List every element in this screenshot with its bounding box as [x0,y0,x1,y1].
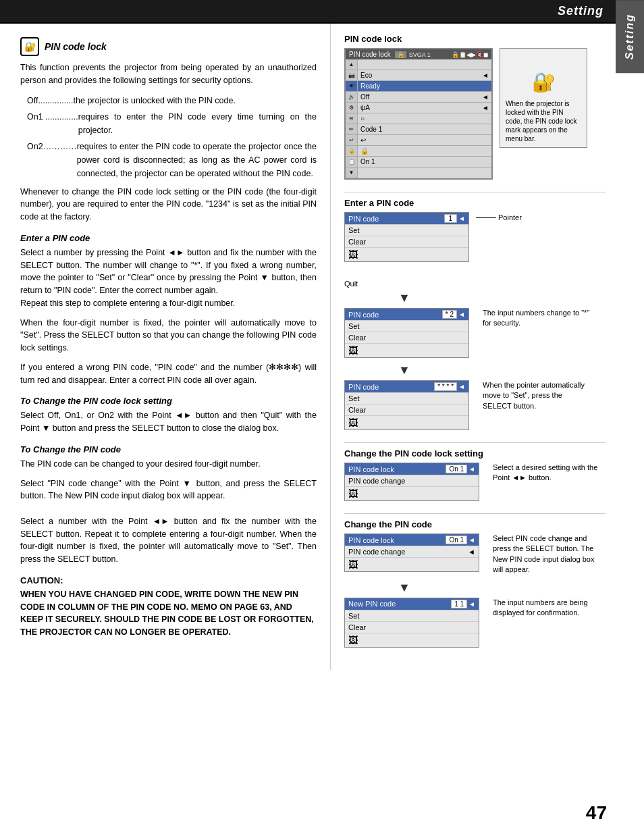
np-row3: Clear [345,622,479,633]
pin-title-row: 🔐 PIN code lock [20,37,317,56]
header-bar: Setting [0,0,644,22]
divider1 [344,192,606,192]
pin-dialog-2-row: PIN code * 2 ◄ Set Clear 🖼 The input num… [344,308,606,358]
option-on2: On2………… requires to enter the PIN code t… [27,140,317,180]
quit-label: Quit [344,278,358,288]
pin-dialog-1: PIN code 1 ◄ Set Clear 🖼 [344,212,469,262]
menu-row-psia: ψA◄ [358,103,491,113]
pin-d1-input1: 1 [444,214,458,223]
icon-eye: 👁 [346,81,357,92]
pin-d3-row1: PIN code * * * * ◄ [345,381,468,393]
menu-header-text: PIN code lock [349,51,391,58]
icon-r: R [346,113,357,124]
pin-d2-row4: 🖼 [345,344,468,357]
option-off: Off............... the projector is unlo… [27,94,317,107]
new-pin-row: New PIN code 1 1 ◄ Set Clear 🖼 The input… [344,598,606,648]
pin-d3-row2: Set [345,393,468,405]
enter-pin-diagram-title: Enter a PIN code [344,198,606,208]
menu-rows-content: Eco◄ Ready Off◄ ψA◄ [358,59,491,178]
caution-text: WHEN YOU HAVE CHANGED PIN CODE, WRITE DO… [20,588,317,639]
cl-row1: PIN code lock On 1 ◄ [345,463,479,475]
new-pin-note: The input numbers are being displayed fo… [493,598,601,619]
change-pin-text1: The PIN code can be changed to your desi… [20,458,317,471]
option-on1-desc: requires to enter the PIN code every tim… [78,110,317,137]
menu-row-blank1 [358,59,491,70]
lock-note-text: When the projector is locked with the PI… [506,99,581,143]
icon-lock: 🔒 [346,146,357,157]
enter-pin-diagram: Enter a PIN code PIN code 1 ◄ Set Clear … [344,198,606,430]
pin-lock-icon: 🔐 [20,37,39,56]
change-lock-note: Select a desired setting with the Point … [493,463,601,484]
np-row2: Set [345,610,479,622]
page-number: 47 [586,802,607,824]
change-setting-heading: To Change the PIN code lock setting [20,396,317,406]
enter-pin-text: Select a number by pressing the Point ◄►… [20,246,317,310]
menu-row-on1: On 1 [358,157,491,167]
icon-gear: ⚙ [346,103,357,113]
pin-lock-diagram: PIN code lock PIN code lock 🔒 SVGA 1 🔒📋◀… [344,34,606,180]
pointer-annotation: Pointer [476,212,522,223]
cp1-row2: PIN code change ◄ [345,546,479,558]
cp1-row3: 🖼 [345,558,479,571]
pin-d3-row3: Clear [345,405,468,416]
quit-area: Quit [344,267,606,288]
change-lock-row: PIN code lock On 1 ◄ PIN code change 🖼 S… [344,463,606,501]
np-row1: New PIN code 1 1 ◄ [345,598,479,610]
options-list: Off............... the projector is unlo… [27,94,317,180]
enter-pin-text3: If you entered a wrong PIN code, "PIN co… [20,361,317,387]
menu-row-lock: 🔒 [358,146,491,157]
arrow-down-2: ▼ [398,363,606,377]
caution-heading: CAUTION: [20,575,317,585]
pin-d2-row3: Clear [345,332,468,344]
option-on1: On1 .............. requires to enter the… [27,110,317,137]
icon-cam: 📷 [346,70,357,81]
divider3 [344,513,606,514]
cl-row2: PIN code change [345,475,479,487]
lock-note-box: 🔐 When the projector is locked with the … [500,48,587,148]
pin-d3-input: * * * * [434,382,457,391]
pin-dialog-3-row: PIN code * * * * ◄ Set Clear 🖼 When the … [344,380,606,430]
menu-row-arrow: ↩ [358,135,491,146]
option-on1-key: On1 .............. [27,110,78,137]
menu-source: SVGA 1 [409,51,431,58]
pin-d3-row4: 🖼 [345,416,468,429]
icon-undo: ↩ [346,135,357,146]
option-on2-desc: requires to enter the PIN code to operat… [77,140,317,180]
menu-icons: 🔒📋◀▶🔇◼ [452,51,488,58]
pin-dialog-1-row: PIN code 1 ◄ Set Clear 🖼 Pointer [344,212,606,262]
right-column: PIN code lock PIN code lock 🔒 SVGA 1 🔒📋◀… [331,24,616,670]
pin-d2-input: * 2 [442,310,457,319]
menu-row-blank2 [358,167,491,178]
change-pin-dialog1: PIN code lock On 1 ◄ PIN code change ◄ 🖼 [344,533,479,572]
divider2 [344,442,606,443]
pin-d1-row1: PIN code 1 ◄ [345,213,468,225]
option-off-key: Off............... [27,94,74,107]
left-icon-strip: ▲ 📷 👁 🔊 ⚙ R ✏ ↩ 🔒 📋 ▼ [346,59,358,178]
change-setting-text: Select Off, On1, or On2 with the Point ◄… [20,409,317,435]
cp1-value: On 1 [446,536,467,544]
pointer-dash [476,217,496,218]
pointer-line: Pointer [476,213,522,221]
arrow-down-3: ▼ [398,581,606,595]
pin-section-title: PIN code lock [45,41,107,52]
option-on2-key: On2………… [27,140,77,180]
cl-row3: 🖼 [345,487,479,500]
change-lock-diagram: Change the PIN code lock setting PIN cod… [344,448,606,501]
icon-doc: 📋 [346,157,357,167]
icon-up: ▲ [346,59,357,70]
change-pin-text2: Select "PIN code change" with the Point … [20,477,317,566]
np-value: 1 1 [451,600,467,608]
menu-row-eco: Eco◄ [358,70,491,81]
pin-menu-box: PIN code lock 🔒 SVGA 1 🔒📋◀▶🔇◼ ▲ 📷 👁 🔊 ⚙ [344,48,493,180]
pin-d3-note: When the pointer automatically move to "… [483,380,591,411]
header-title: Setting [558,4,603,18]
right-side-tab: Setting [616,0,644,73]
pin-d1-row4: 🖼 [345,248,468,261]
change-pin-heading: To Change the PIN code [20,444,317,454]
pointer-label: Pointer [498,213,522,221]
pin-lock-diagram-title: PIN code lock [344,34,606,44]
menu-header: PIN code lock 🔒 SVGA 1 🔒📋◀▶🔇◼ [346,49,491,59]
change-lock-title: Change the PIN code lock setting [344,448,606,459]
change-pin-diagram: Change the PIN code PIN code lock On 1 ◄… [344,519,606,648]
cl-value: On 1 [446,465,467,473]
